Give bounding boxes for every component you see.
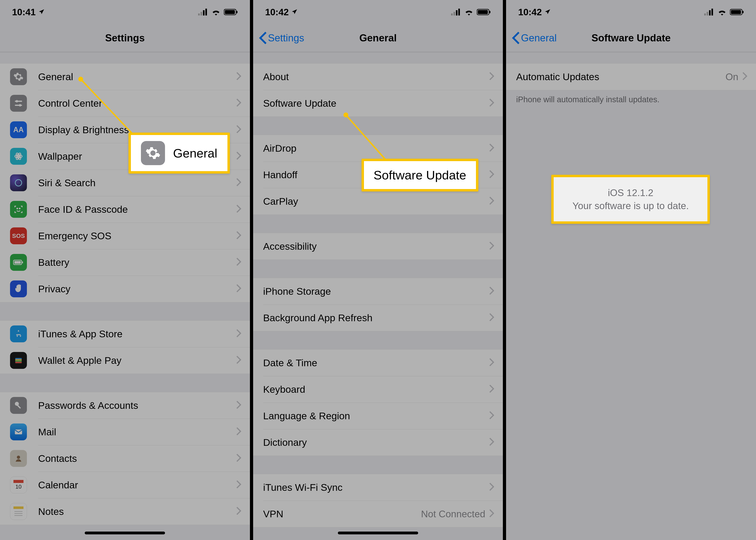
row-airdrop[interactable]: AirDrop (253, 135, 503, 162)
row-calendar[interactable]: 10 Calendar (0, 472, 250, 498)
home-indicator (338, 532, 418, 534)
row-label: Language & Region (263, 410, 489, 422)
svg-rect-47 (706, 12, 708, 16)
row-faceid-passcode[interactable]: Face ID & Passcode (0, 196, 250, 222)
row-about[interactable]: About (253, 64, 503, 90)
nav-bar: Settings (0, 24, 250, 52)
row-label: Mail (38, 426, 236, 438)
row-general[interactable]: General (0, 64, 250, 90)
chevron-icon (742, 71, 748, 82)
chevron-icon (489, 196, 494, 207)
svg-rect-10 (15, 105, 22, 106)
calendar-icon: 10 (10, 476, 27, 493)
svg-rect-33 (13, 506, 24, 509)
row-dictionary[interactable]: Dictionary (253, 429, 503, 456)
status-time: 10:42 (518, 7, 542, 18)
status-bar: 10:42 (506, 0, 756, 24)
notes-icon (10, 503, 27, 520)
gear-icon (141, 141, 165, 165)
row-label: About (263, 71, 489, 82)
row-label: Privacy (38, 283, 236, 295)
row-automatic-updates[interactable]: Automatic Updates On (506, 64, 756, 90)
back-button[interactable]: Settings (259, 24, 304, 52)
home-indicator (85, 532, 165, 534)
svg-rect-8 (15, 101, 22, 102)
settings-list[interactable]: General Control Center AA Display & Brig… (0, 52, 250, 540)
row-privacy[interactable]: Privacy (0, 276, 250, 302)
gear-icon (10, 68, 27, 85)
callout-general: General (129, 133, 230, 174)
row-carplay[interactable]: CarPlay (253, 188, 503, 214)
privacy-icon (10, 280, 27, 297)
row-passwords-accounts[interactable]: Passwords & Accounts (0, 392, 250, 419)
row-label: AirDrop (263, 143, 489, 154)
row-notes[interactable]: Notes (0, 498, 250, 525)
svg-rect-38 (451, 13, 453, 16)
chevron-icon (236, 400, 242, 411)
row-label: Dictionary (263, 437, 489, 448)
general-list[interactable]: About Software Update AirDrop Handoff Ca… (253, 52, 503, 540)
ios-version: iOS 12.1.2 (608, 187, 653, 198)
location-icon (291, 7, 298, 18)
chevron-icon (489, 437, 494, 448)
row-background-app-refresh[interactable]: Background App Refresh (253, 305, 503, 331)
chevron-icon (236, 151, 242, 162)
svg-rect-19 (14, 261, 21, 264)
battery-icon (10, 254, 27, 271)
wifi-icon (717, 9, 727, 16)
mail-icon (10, 424, 27, 440)
row-emergency-sos[interactable]: SOS Emergency SOS (0, 222, 250, 249)
cellular-icon (704, 9, 714, 16)
battery-icon (224, 9, 238, 16)
row-software-update[interactable]: Software Update (253, 90, 503, 116)
toggles-icon (10, 95, 27, 112)
row-mail[interactable]: Mail (0, 419, 250, 445)
row-value: Not Connected (421, 508, 485, 519)
status-bar: 10:42 (253, 0, 503, 24)
wallet-icon (10, 352, 27, 369)
svg-rect-51 (731, 10, 741, 14)
row-label: Emergency SOS (38, 230, 236, 241)
svg-rect-28 (17, 405, 21, 409)
back-label: General (521, 32, 557, 44)
row-keyboard[interactable]: Keyboard (253, 376, 503, 403)
back-button[interactable]: General (512, 24, 557, 52)
row-wallet-applepay[interactable]: Wallet & Apple Pay (0, 347, 250, 374)
software-update-content: Automatic Updates On iPhone will automat… (506, 52, 756, 540)
chevron-icon (489, 312, 494, 324)
footer-text: iPhone will automatically install update… (506, 90, 756, 109)
row-label: Notes (38, 506, 236, 517)
svg-rect-39 (454, 12, 455, 16)
row-label: Background App Refresh (263, 312, 489, 324)
callout-software-update: Software Update (362, 159, 479, 192)
contacts-icon (10, 450, 27, 467)
row-vpn[interactable]: VPNNot Connected (253, 501, 503, 527)
chevron-icon (489, 508, 494, 519)
row-label: iTunes Wi-Fi Sync (263, 482, 489, 493)
row-itunes-appstore[interactable]: iTunes & App Store (0, 321, 250, 347)
wifi-icon (211, 9, 221, 16)
row-battery[interactable]: Battery (0, 249, 250, 276)
row-language-region[interactable]: Language & Region (253, 403, 503, 429)
svg-rect-0 (198, 13, 200, 16)
nav-title: Software Update (592, 32, 671, 44)
nav-bar: Settings General (253, 24, 503, 52)
battery-icon (730, 9, 744, 16)
chevron-icon (236, 328, 242, 339)
svg-rect-26 (15, 362, 22, 363)
svg-rect-3 (205, 9, 207, 16)
appstore-icon (10, 326, 27, 342)
row-value: On (725, 71, 738, 82)
row-date-time[interactable]: Date & Time (253, 349, 503, 376)
svg-rect-43 (478, 10, 488, 14)
callout-update-status: iOS 12.1.2 Your software is up to date. (551, 175, 710, 224)
row-contacts[interactable]: Contacts (0, 445, 250, 472)
svg-rect-41 (458, 9, 460, 16)
row-iphone-storage[interactable]: iPhone Storage (253, 278, 503, 305)
chevron-icon (236, 426, 242, 438)
row-accessibility[interactable]: Accessibility (253, 233, 503, 260)
svg-rect-44 (489, 11, 490, 13)
svg-rect-5 (225, 10, 235, 14)
row-control-center[interactable]: Control Center (0, 90, 250, 116)
row-itunes-wifi-sync[interactable]: iTunes Wi-Fi Sync (253, 474, 503, 501)
